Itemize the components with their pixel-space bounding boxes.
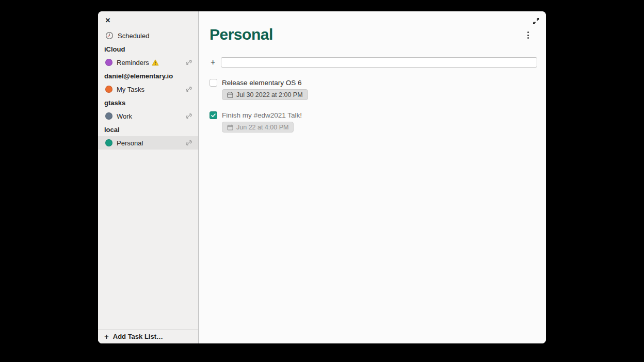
task-list: Release elementary OS 6 Jul 30 2022 at 2…: [210, 77, 537, 142]
sidebar-section-gtasks: gtasks: [98, 96, 198, 109]
expand-icon: [532, 17, 540, 25]
sidebar-section-daniel: daniel@elementary.io: [98, 69, 198, 83]
sidebar: ✕ Scheduled iCloud Reminders: [98, 11, 199, 343]
overflow-menu-button[interactable]: [522, 29, 534, 41]
due-date-text: Jun 22 at 4:00 PM: [236, 124, 288, 131]
due-date-text: Jul 30 2022 at 2:00 PM: [236, 91, 303, 98]
offline-unlink-icon: [185, 139, 193, 147]
dot: [527, 35, 529, 36]
add-task-row: +: [211, 57, 537, 68]
page-title: Personal: [210, 26, 273, 43]
new-task-input[interactable]: [221, 57, 537, 68]
task-checkbox-checked[interactable]: [210, 111, 217, 119]
calendar-icon: [227, 92, 233, 98]
list-color-dot: [105, 139, 112, 146]
offline-unlink-icon: [185, 85, 193, 93]
plus-icon: +: [104, 332, 109, 341]
sidebar-section-local: local: [98, 123, 198, 136]
sidebar-item-label: Work: [117, 112, 181, 120]
list-color-dot: [105, 86, 112, 93]
dot: [527, 37, 529, 39]
tasks-app-window: ✕ Scheduled iCloud Reminders: [98, 11, 546, 343]
add-task-list-label: Add Task List…: [113, 333, 163, 340]
task-checkbox-unchecked[interactable]: [210, 79, 217, 87]
sidebar-item-reminders[interactable]: Reminders: [98, 56, 198, 69]
sidebar-item-scheduled[interactable]: Scheduled: [98, 29, 198, 42]
window-close-button[interactable]: ✕: [102, 14, 114, 26]
sidebar-item-text: Reminders: [117, 59, 149, 67]
due-date-chip[interactable]: Jun 22 at 4:00 PM: [222, 122, 294, 133]
check-icon: [211, 112, 216, 118]
main-pane: Personal + Release elementary OS 6: [199, 11, 546, 343]
sidebar-item-work[interactable]: Work: [98, 109, 198, 123]
maximize-button[interactable]: [530, 15, 542, 27]
sidebar-item-personal[interactable]: Personal: [98, 136, 198, 150]
sidebar-section-icloud: iCloud: [98, 42, 198, 56]
sidebar-item-label: Scheduled: [118, 32, 193, 40]
calendar-icon: [227, 124, 233, 130]
offline-unlink-icon: [185, 112, 193, 120]
clock-icon: [105, 31, 114, 40]
task-title[interactable]: Finish my #edw2021 Talk!: [222, 111, 302, 119]
warning-icon: [152, 59, 159, 66]
add-task-list-button[interactable]: + Add Task List…: [98, 329, 198, 343]
task-row: Finish my #edw2021 Talk! Jun 22 at 4:00 …: [210, 110, 537, 133]
offline-unlink-icon: [185, 58, 193, 67]
list-color-dot: [105, 59, 112, 66]
add-task-plus-icon[interactable]: +: [211, 58, 215, 67]
sidebar-item-label: Personal: [117, 139, 181, 147]
list-color-dot: [105, 112, 112, 120]
sidebar-nav: Scheduled iCloud Reminders: [98, 26, 198, 329]
dot: [527, 31, 529, 33]
task-title[interactable]: Release elementary OS 6: [222, 79, 302, 87]
sidebar-item-label: Reminders: [117, 59, 181, 67]
sidebar-item-label: My Tasks: [117, 86, 181, 93]
task-row: Release elementary OS 6 Jul 30 2022 at 2…: [210, 77, 537, 100]
due-date-chip[interactable]: Jul 30 2022 at 2:00 PM: [222, 89, 308, 100]
sidebar-item-my-tasks[interactable]: My Tasks: [98, 83, 198, 96]
